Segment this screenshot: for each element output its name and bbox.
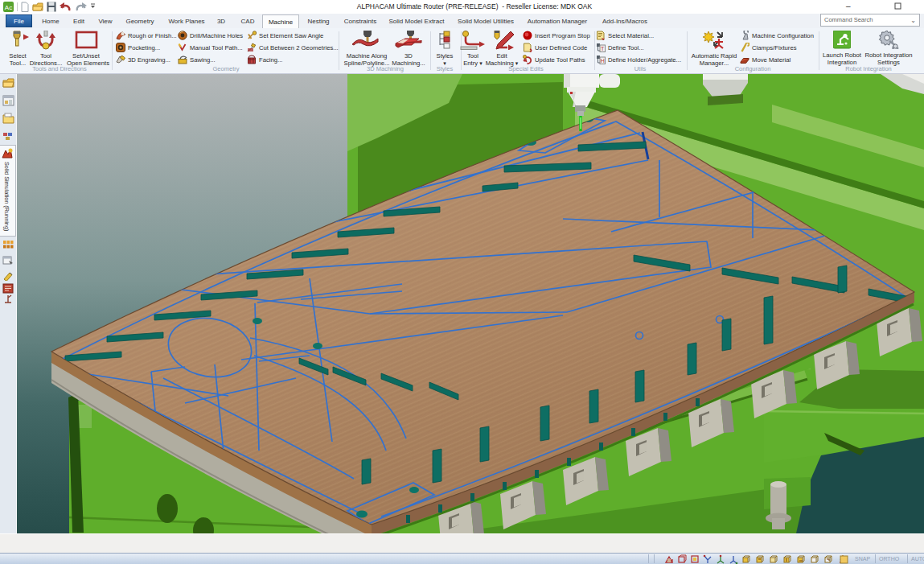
svg-text:T: T [601,46,605,51]
svg-text:Ac: Ac [5,4,12,11]
svg-text:H: H [601,58,605,64]
